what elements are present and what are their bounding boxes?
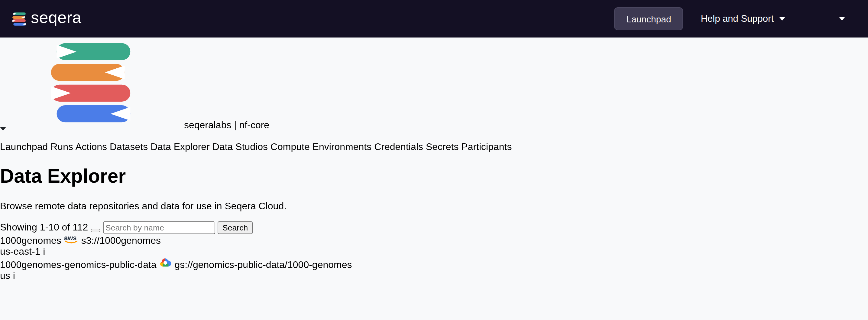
tab-data-studios[interactable]: Data Studios	[213, 142, 268, 152]
tab-compute-environments[interactable]: Compute Environments	[271, 142, 371, 152]
dataset-uri-line: gs://genomics-public-data/1000-genomes	[159, 260, 352, 270]
data-explorer-panel: Showing 1-10 of 112 Search 1000genomes s…	[0, 222, 868, 281]
workspace-selected[interactable]: seqeralabs | nf-core	[0, 37, 868, 130]
tab-credentials[interactable]: Credentials	[374, 142, 423, 152]
tab-participants[interactable]: Participants	[461, 142, 512, 152]
dataset-name[interactable]: 1000genomes	[0, 235, 61, 245]
aws-icon	[64, 234, 79, 244]
workspace-dropdown-toggle[interactable]	[0, 130, 868, 142]
tab-datasets[interactable]: Datasets	[110, 142, 148, 152]
workspace-tabs: Launchpad Runs Actions Datasets Data Exp…	[0, 142, 868, 152]
panel-toolbar: Showing 1-10 of 112 Search	[0, 222, 868, 234]
chevron-down-icon	[779, 17, 785, 21]
page-title: Data Explorer	[0, 166, 868, 188]
seqera-logo-icon	[11, 11, 27, 26]
user-menu[interactable]	[815, 9, 845, 29]
info-icon[interactable]: i	[13, 270, 15, 281]
gcp-cloud-icon	[159, 257, 172, 268]
info-icon[interactable]: i	[43, 246, 45, 257]
page-subtitle: Browse remote data repositories and data…	[0, 201, 868, 212]
tab-runs[interactable]: Runs	[51, 142, 73, 152]
dataset-name[interactable]: 1000genomes-genomics-public-data	[0, 260, 157, 270]
region-label: us	[0, 270, 10, 281]
data-explorer-page: Data Explorer Browse remote data reposit…	[0, 166, 868, 281]
help-and-support-label: Help and Support	[701, 13, 774, 24]
dataset-cell: 1000genomes s3://1000genomes	[0, 234, 868, 246]
dataset-uri: gs://genomics-public-data/1000-genomes	[175, 260, 352, 270]
dataset-cell: 1000genomes-genomics-public-data gs://ge…	[0, 257, 868, 270]
brand-name: seqera	[31, 10, 82, 28]
app-window: seqera Launchpad Help and Support seqera…	[0, 0, 868, 320]
workspace-selector[interactable]: seqeralabs | nf-core	[0, 37, 868, 142]
tab-launchpad[interactable]: Launchpad	[0, 142, 48, 152]
chevron-down-icon	[839, 17, 845, 21]
navbar-right-group: Launchpad Help and Support	[614, 7, 845, 30]
tab-actions[interactable]: Actions	[75, 142, 107, 152]
tab-data-explorer[interactable]: Data Explorer	[151, 142, 210, 152]
tab-secrets[interactable]: Secrets	[426, 142, 459, 152]
dataset-uri: s3://1000genomes	[81, 235, 161, 245]
chevron-down-icon	[0, 127, 6, 141]
table-row[interactable]: 1000genomes s3://1000genomes us-east-1 i	[0, 234, 868, 257]
dataset-uri-line: s3://1000genomes	[64, 235, 161, 245]
table-row[interactable]: 1000genomes-genomics-public-data gs://ge…	[0, 257, 868, 281]
top-navbar: seqera Launchpad Help and Support	[0, 0, 868, 37]
seqera-workspace-icon	[0, 37, 181, 128]
workspace-selected-label: seqeralabs | nf-core	[184, 120, 269, 130]
seqera-logo[interactable]: seqera	[11, 10, 82, 28]
workspace-header: seqeralabs | nf-core Launchpad Runs Acti…	[0, 37, 868, 152]
search-input[interactable]	[103, 222, 215, 234]
help-and-support-menu[interactable]: Help and Support	[701, 13, 785, 24]
region-label: us-east-1	[0, 246, 40, 257]
avatar[interactable]	[815, 9, 835, 29]
filter-button[interactable]	[91, 229, 100, 232]
results-count: Showing 1-10 of 112	[0, 222, 88, 232]
search-button[interactable]: Search	[218, 222, 253, 234]
launchpad-button[interactable]: Launchpad	[614, 7, 683, 30]
